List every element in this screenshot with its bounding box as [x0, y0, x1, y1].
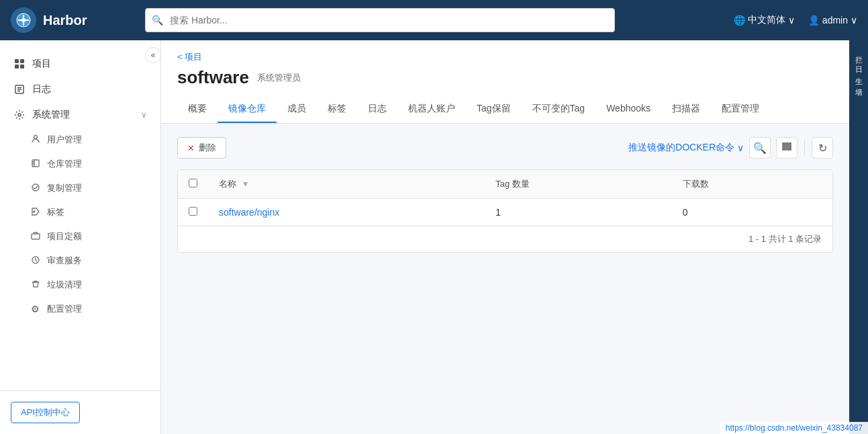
tab-robot-accounts[interactable]: 机器人账户 — [397, 96, 466, 123]
language-label: 中文简体 — [748, 14, 785, 26]
data-table: 名称 ▼ Tag 数量 下载数 — [177, 169, 833, 253]
config-label: 配置管理 — [47, 303, 82, 315]
svg-point-14 — [34, 211, 35, 212]
svg-point-13 — [32, 184, 39, 191]
table-header-tag-count: Tag 数量 — [485, 170, 671, 199]
refresh-icon: ↻ — [818, 142, 827, 155]
svg-rect-18 — [783, 146, 791, 147]
table-row: software/nginx 1 0 — [178, 199, 832, 226]
sidebar-item-quota[interactable]: 项目定额 — [0, 224, 160, 249]
brand-label: Harbor — [43, 13, 87, 28]
tab-scanner[interactable]: 扫描器 — [661, 96, 711, 123]
projects-icon — [13, 58, 26, 70]
tab-logs[interactable]: 日志 — [357, 96, 397, 123]
page-header: < 项目 software 系统管理员 概要 镜像仓库 成员 标签 日志 机器人… — [161, 40, 849, 124]
delete-button[interactable]: ✕ 删除 — [177, 137, 226, 159]
sidebar-item-gc[interactable]: 垃圾清理 — [0, 273, 160, 297]
sidebar-collapse-button[interactable]: « — [145, 47, 161, 63]
user-mgmt-icon — [31, 134, 42, 145]
refresh-button[interactable]: ↻ — [812, 137, 833, 159]
search-input[interactable] — [145, 8, 615, 32]
right-sidebar-item-0[interactable]: 拦 — [851, 46, 867, 55]
sidebar-item-logs-label: 日志 — [32, 83, 51, 95]
tab-tag-retention[interactable]: Tag保留 — [466, 96, 522, 123]
svg-point-1 — [21, 18, 26, 22]
table-header-name: 名称 ▼ — [208, 170, 485, 199]
language-button[interactable]: 🌐 中文简体 ∨ — [734, 14, 795, 26]
tab-immutable-tags[interactable]: 不可变的Tag — [522, 96, 596, 123]
sidebar-item-config[interactable]: ⚙ 配置管理 — [0, 297, 160, 321]
quota-icon — [31, 231, 42, 242]
list-view-button[interactable] — [776, 137, 798, 159]
sidebar-item-system[interactable]: 系统管理 ∨ — [0, 102, 160, 128]
quota-label: 项目定额 — [47, 230, 82, 243]
tab-webhooks[interactable]: Webhooks — [595, 96, 661, 123]
system-expand-icon: ∨ — [141, 110, 147, 120]
user-chevron-icon: ∨ — [851, 15, 857, 26]
search-container: 🔍 — [145, 8, 615, 32]
search-icon: 🔍 — [753, 142, 767, 155]
sidebar-item-copy-mgmt[interactable]: 复制管理 — [0, 176, 160, 200]
table-cell-download-count: 0 — [672, 199, 832, 226]
right-sidebar-item-3[interactable]: 墙 — [851, 78, 867, 87]
config-icon: ⚙ — [31, 304, 42, 314]
user-icon: 👤 — [808, 15, 820, 26]
table-cell-checkbox — [178, 199, 208, 226]
svg-rect-15 — [32, 234, 40, 239]
navbar-brand: Harbor — [11, 7, 132, 33]
toolbar-left: ✕ 删除 — [177, 137, 226, 159]
gc-icon — [31, 279, 42, 290]
system-icon — [13, 109, 26, 121]
select-all-checkbox[interactable] — [189, 179, 197, 187]
delete-label: 删除 — [199, 142, 216, 154]
breadcrumb[interactable]: < 项目 — [177, 51, 833, 63]
name-filter-icon[interactable]: ▼ — [242, 179, 250, 189]
search-button[interactable]: 🔍 — [749, 137, 771, 159]
user-button[interactable]: 👤 admin ∨ — [808, 15, 857, 26]
tabs: 概要 镜像仓库 成员 标签 日志 机器人账户 Tag保留 不可变的Tag Web… — [177, 96, 833, 123]
sidebar-item-labels[interactable]: 标签 — [0, 200, 160, 224]
push-command-button[interactable]: 推送镜像的DOCKER命令 ∨ — [628, 142, 744, 154]
pagination: 1 - 1 共计 1 条记录 — [178, 226, 832, 252]
tab-policy[interactable]: 配置管理 — [711, 96, 770, 123]
api-center-button[interactable]: API控制中心 — [11, 402, 80, 423]
sidebar-item-projects[interactable]: 项目 — [0, 51, 160, 77]
lang-chevron-icon: ∨ — [788, 15, 795, 26]
sidebar-item-system-label: 系统管理 — [32, 109, 70, 121]
delete-x-icon: ✕ — [187, 143, 195, 153]
right-sidebar-item-2[interactable]: 生 — [851, 67, 867, 77]
sidebar-item-user-mgmt[interactable]: 用户管理 — [0, 128, 160, 152]
svg-point-10 — [18, 114, 21, 116]
tab-members[interactable]: 成员 — [277, 96, 317, 123]
svg-rect-19 — [783, 148, 791, 150]
right-panel: < 项目 software 系统管理员 概要 镜像仓库 成员 标签 日志 机器人… — [161, 40, 849, 434]
copy-mgmt-label: 复制管理 — [47, 182, 82, 194]
repo-link[interactable]: software/nginx — [219, 207, 279, 218]
sidebar-item-repo-mgmt[interactable]: 仓库管理 — [0, 152, 160, 176]
sidebar-item-audit[interactable]: 审查服务 — [0, 249, 160, 273]
tab-overview[interactable]: 概要 — [177, 96, 218, 123]
url-bar: https://blog.csdn.net/weixin_43834087 — [720, 422, 868, 434]
toolbar-divider — [804, 140, 805, 156]
role-badge: 系统管理员 — [257, 72, 301, 84]
table-cell-name: software/nginx — [208, 199, 485, 226]
content-area: ✕ 删除 推送镜像的DOCKER命令 ∨ 🔍 — [161, 124, 849, 434]
search-icon: 🔍 — [152, 15, 163, 26]
sidebar: « 项目 日志 系统管理 ∨ — [0, 40, 161, 434]
tab-repositories[interactable]: 镜像仓库 — [218, 96, 277, 123]
tab-labels[interactable]: 标签 — [317, 96, 357, 123]
right-sidebar-item-1[interactable]: 日 — [851, 56, 867, 66]
gc-label: 垃圾清理 — [47, 279, 82, 291]
push-cmd-label: 推送镜像的DOCKER命令 — [628, 142, 734, 154]
repo-mgmt-icon — [31, 159, 42, 169]
svg-rect-17 — [783, 143, 791, 144]
globe-icon: 🌐 — [734, 15, 745, 26]
row-checkbox[interactable] — [189, 207, 197, 216]
repo-mgmt-label: 仓库管理 — [47, 158, 82, 170]
copy-mgmt-icon — [31, 183, 42, 193]
sidebar-item-logs[interactable]: 日志 — [0, 77, 160, 102]
logs-icon — [13, 83, 26, 95]
push-cmd-arrow-icon: ∨ — [737, 142, 744, 153]
list-view-icon — [781, 141, 792, 155]
page-title-row: software 系统管理员 — [177, 67, 833, 88]
